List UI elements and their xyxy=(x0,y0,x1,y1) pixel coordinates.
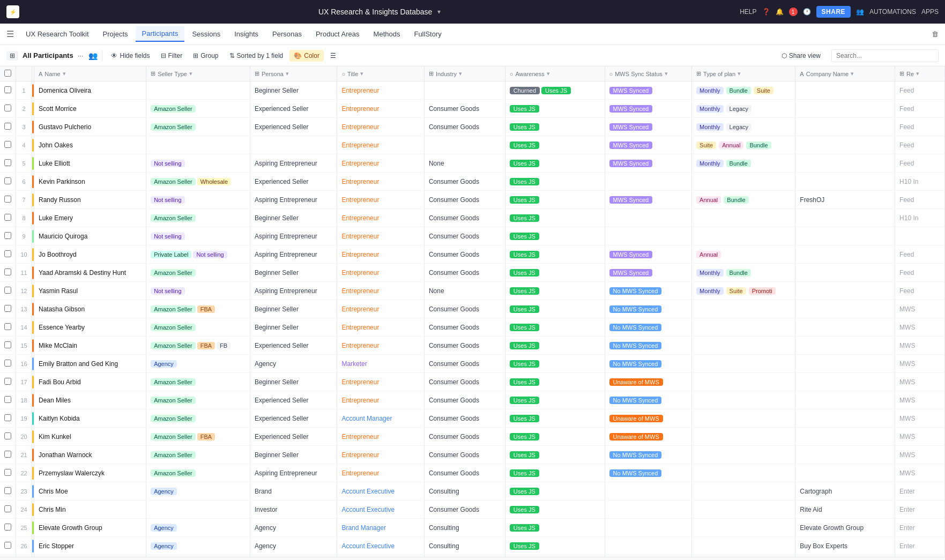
row-checkbox[interactable] xyxy=(4,141,11,148)
row-checkbox[interactable] xyxy=(4,414,11,421)
row-checkbox[interactable] xyxy=(4,524,11,531)
cell-name[interactable]: Luke Emery xyxy=(34,209,146,227)
automations-label[interactable]: AUTOMATIONS xyxy=(869,8,916,16)
nav-item-fullstory[interactable]: FullStory xyxy=(407,27,448,41)
notification-icon[interactable]: 🔔 xyxy=(776,8,784,16)
cell-name[interactable]: Kevin Parkinson xyxy=(34,173,146,191)
cell-name[interactable]: Mike McClain xyxy=(34,337,146,355)
cell-name[interactable]: Jonathan Warnock xyxy=(34,446,146,464)
people-icon[interactable]: 👥 xyxy=(856,8,864,16)
re-col-sort[interactable]: ▾ xyxy=(916,70,919,77)
cell-name[interactable]: Przemyslaw Walerczyk xyxy=(34,464,146,482)
title-chevron[interactable]: ▾ xyxy=(437,8,441,16)
nav-item-toolkit[interactable]: UX Research Toolkit xyxy=(19,27,95,41)
cell-name[interactable]: Jo Boothroyd xyxy=(34,245,146,264)
cell-name[interactable]: Yasmin Rasul xyxy=(34,282,146,300)
cell-name[interactable]: John Oakes xyxy=(34,136,146,154)
view-toggle[interactable]: ⊞ xyxy=(6,51,18,61)
nav-item-methods[interactable]: Methods xyxy=(367,27,407,41)
row-checkbox[interactable] xyxy=(4,250,11,257)
row-checkbox[interactable] xyxy=(4,505,11,512)
cell-name[interactable]: Gustavo Pulcherio xyxy=(34,118,146,136)
cell-name[interactable]: Eric Stopper xyxy=(34,537,146,555)
name-column-header[interactable]: A Name ▾ xyxy=(34,66,146,81)
history-icon[interactable]: 🕐 xyxy=(803,8,811,16)
cell-name[interactable]: Emily Bratton and Ged King xyxy=(34,355,146,373)
hamburger-icon[interactable]: ☰ xyxy=(6,29,14,39)
row-checkbox[interactable] xyxy=(4,86,11,93)
row-checkbox[interactable] xyxy=(4,177,11,184)
sort-button[interactable]: ⇅ Sorted by 1 field xyxy=(225,50,288,62)
title-col-sort[interactable]: ▾ xyxy=(360,70,363,77)
industry-column-header[interactable]: ⊞ Industry ▾ xyxy=(424,66,505,81)
persona-col-sort[interactable]: ▾ xyxy=(286,70,289,77)
plan-column-header[interactable]: ⊞ Type of plan ▾ xyxy=(692,66,795,81)
mws-col-sort[interactable]: ▾ xyxy=(665,70,668,77)
plan-col-sort[interactable]: ▾ xyxy=(738,70,741,77)
row-checkbox[interactable] xyxy=(4,487,11,494)
color-button[interactable]: 🎨 Color xyxy=(289,50,324,62)
hide-fields-button[interactable]: 👁 Hide fields xyxy=(107,50,154,62)
row-checkbox[interactable] xyxy=(4,451,11,458)
cell-name[interactable]: Domenica Oliveira xyxy=(34,81,146,100)
nav-item-product-areas[interactable]: Product Areas xyxy=(309,27,366,41)
cell-name[interactable]: Kaitlyn Kobida xyxy=(34,409,146,428)
search-input[interactable] xyxy=(831,49,939,62)
cell-name[interactable]: Chris Moe xyxy=(34,482,146,501)
cell-name[interactable]: Scott Morrice xyxy=(34,100,146,118)
nav-item-projects[interactable]: Projects xyxy=(96,27,135,41)
row-checkbox[interactable] xyxy=(4,396,11,403)
people-group-icon[interactable]: 👥 xyxy=(88,51,98,60)
row-checkbox[interactable] xyxy=(4,341,11,348)
industry-col-sort[interactable]: ▾ xyxy=(459,70,462,77)
row-height-button[interactable]: ☰ xyxy=(326,50,340,62)
help-icon[interactable]: ❓ xyxy=(762,8,770,16)
awareness-column-header[interactable]: ○ Awareness ▾ xyxy=(505,66,605,81)
cell-name[interactable]: Natasha Gibson xyxy=(34,300,146,318)
cell-name[interactable]: Kim Kunkel xyxy=(34,428,146,446)
row-checkbox[interactable] xyxy=(4,214,11,221)
mws-column-header[interactable]: ○ MWS Sync Status ▾ xyxy=(605,66,692,81)
delete-icon[interactable]: 🗑 xyxy=(932,30,939,38)
row-checkbox[interactable] xyxy=(4,123,11,130)
help-label[interactable]: HELP xyxy=(740,8,756,16)
cell-name[interactable]: Elevate Growth Group xyxy=(34,519,146,537)
group-button[interactable]: ⊞ Group xyxy=(189,50,222,62)
nav-item-sessions[interactable]: Sessions xyxy=(185,27,227,41)
row-checkbox[interactable] xyxy=(4,360,11,367)
row-checkbox[interactable] xyxy=(4,287,11,294)
cell-name[interactable]: Luke Elliott xyxy=(34,154,146,173)
nav-item-personas[interactable]: Personas xyxy=(266,27,308,41)
row-checkbox[interactable] xyxy=(4,542,11,549)
row-checkbox[interactable] xyxy=(4,323,11,330)
row-checkbox[interactable] xyxy=(4,305,11,312)
cell-name[interactable]: Randy Russon xyxy=(34,191,146,209)
view-options-button[interactable]: ··· xyxy=(78,51,84,59)
cell-name[interactable]: Mauricio Quiroga xyxy=(34,227,146,245)
row-checkbox[interactable] xyxy=(4,104,11,111)
company-column-header[interactable]: A Company Name ▾ xyxy=(795,66,895,81)
nav-item-insights[interactable]: Insights xyxy=(228,27,265,41)
row-checkbox[interactable] xyxy=(4,378,11,385)
filter-button[interactable]: ⊟ Filter xyxy=(157,50,187,62)
seller-col-sort[interactable]: ▾ xyxy=(189,70,192,77)
row-checkbox[interactable] xyxy=(4,159,11,166)
seller-type-column-header[interactable]: ⊞ Seller Type ▾ xyxy=(146,66,250,81)
company-col-sort[interactable]: ▾ xyxy=(851,70,854,77)
name-col-sort[interactable]: ▾ xyxy=(63,70,66,77)
checkbox-header[interactable] xyxy=(0,66,16,81)
cell-name[interactable]: Fadi Bou Arbid xyxy=(34,373,146,391)
row-checkbox[interactable] xyxy=(4,196,11,203)
cell-name[interactable]: Dean Miles xyxy=(34,391,146,409)
cell-name[interactable]: Chris Min xyxy=(34,501,146,519)
row-checkbox[interactable] xyxy=(4,232,11,239)
cell-name[interactable]: Yaad Abramski & Destiny Hunt xyxy=(34,264,146,282)
cell-name[interactable]: Essence Yearby xyxy=(34,318,146,337)
persona-column-header[interactable]: ⊞ Persona ▾ xyxy=(250,66,337,81)
awareness-col-sort[interactable]: ▾ xyxy=(547,70,550,77)
row-checkbox[interactable] xyxy=(4,469,11,476)
nav-item-participants[interactable]: Participants xyxy=(136,26,185,42)
select-all-checkbox[interactable] xyxy=(4,70,11,77)
share-button[interactable]: SHARE xyxy=(816,6,851,18)
apps-label[interactable]: APPS xyxy=(921,8,939,16)
